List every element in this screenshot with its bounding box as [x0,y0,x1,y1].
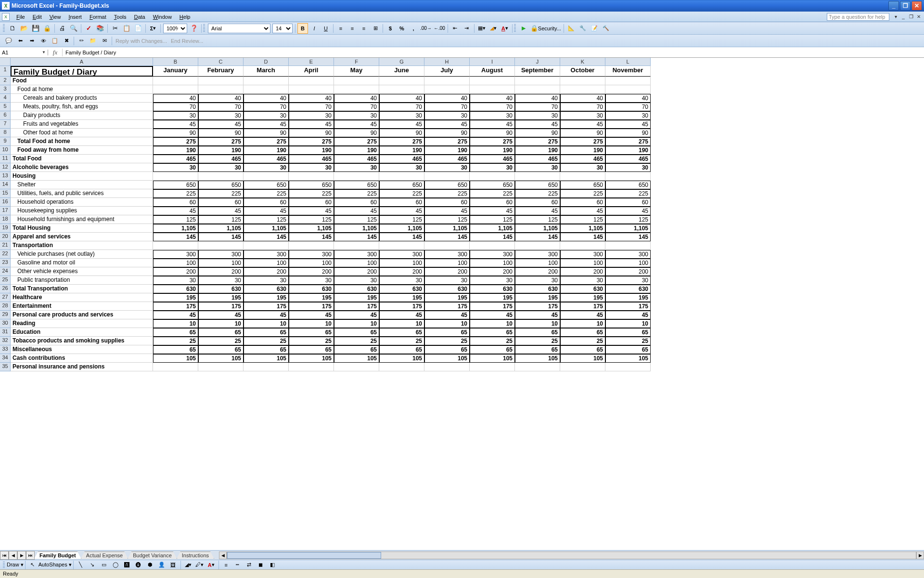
cell-L23[interactable]: 100 [605,259,651,267]
borders-icon[interactable]: ▦▾ [476,23,487,34]
cell-J32[interactable]: 25 [515,337,560,345]
cell-D14[interactable]: 650 [244,181,289,189]
cell-I35[interactable] [470,363,515,371]
cell-B11[interactable]: 465 [153,155,198,163]
cell-B31[interactable]: 65 [153,328,198,337]
cell-C33[interactable]: 65 [198,345,244,354]
cell-A13[interactable]: Housing [11,172,153,181]
decrease-indent-icon[interactable]: ⇤ [450,23,461,34]
cell-H9[interactable]: 275 [424,137,470,146]
cell-E23[interactable]: 100 [289,259,334,267]
cell-I1[interactable]: August [470,66,515,77]
sheet-tab-family-budget[interactable]: Family Budget [34,552,81,559]
cell-J31[interactable]: 65 [515,328,560,337]
picture-icon[interactable]: 🖼 [168,560,179,570]
cell-G17[interactable]: 45 [379,207,424,215]
row-header-31[interactable]: 31 [0,328,11,337]
cell-F14[interactable]: 650 [334,181,379,189]
cell-C34[interactable]: 105 [198,354,244,363]
cell-L19[interactable]: 1,105 [605,224,651,233]
cell-E22[interactable]: 300 [289,250,334,259]
cell-I33[interactable]: 65 [470,345,515,354]
cell-J2[interactable] [515,77,560,85]
cell-B18[interactable]: 125 [153,215,198,224]
cell-L31[interactable]: 65 [605,328,651,337]
cell-F26[interactable]: 630 [334,285,379,293]
cell-K16[interactable]: 60 [560,198,605,207]
cell-L14[interactable]: 650 [605,181,651,189]
cell-F19[interactable]: 1,105 [334,224,379,233]
cell-I17[interactable]: 45 [470,207,515,215]
cell-B6[interactable]: 30 [153,111,198,120]
cell-D26[interactable]: 630 [244,285,289,293]
cell-D6[interactable]: 30 [244,111,289,120]
cell-F4[interactable]: 40 [334,94,379,103]
cell-C10[interactable]: 190 [198,146,244,155]
cell-L28[interactable]: 175 [605,302,651,311]
cell-H22[interactable]: 300 [424,250,470,259]
worksheet-grid[interactable]: ABCDEFGHIJKL1Family Budget / DiaryJanuar… [0,58,924,550]
horizontal-scrollbar[interactable]: ◀ ▶ [219,552,924,559]
cell-B7[interactable]: 45 [153,120,198,129]
cell-K34[interactable]: 105 [560,354,605,363]
wordart-icon[interactable]: 🅐 [133,560,144,570]
cell-K14[interactable]: 650 [560,181,605,189]
row-header-9[interactable]: 9 [0,137,11,146]
cell-G9[interactable]: 275 [379,137,424,146]
cell-K24[interactable]: 200 [560,267,605,276]
draw-grip[interactable] [3,562,5,568]
cell-I20[interactable]: 145 [470,233,515,241]
cell-B20[interactable]: 145 [153,233,198,241]
row-header-20[interactable]: 20 [0,233,11,241]
cell-A8[interactable]: Other food at home [11,129,153,137]
minimize-button[interactable]: _ [888,1,899,11]
cell-K2[interactable] [560,77,605,85]
tab-prev-icon[interactable]: ◀ [9,551,17,560]
cell-C19[interactable]: 1,105 [198,224,244,233]
spellcheck-icon[interactable]: ✓ [83,23,94,34]
cell-A14[interactable]: Shelter [11,181,153,189]
cell-G23[interactable]: 100 [379,259,424,267]
cell-C7[interactable]: 45 [198,120,244,129]
cell-I15[interactable]: 225 [470,189,515,198]
cell-A12[interactable]: Alcoholic beverages [11,163,153,172]
row-header-25[interactable]: 25 [0,276,11,285]
cell-J13[interactable] [515,172,560,181]
cell-G22[interactable]: 300 [379,250,424,259]
cell-H1[interactable]: July [424,66,470,77]
toolbar-grip-2[interactable] [203,24,205,33]
cell-G16[interactable]: 60 [379,198,424,207]
cell-J16[interactable]: 60 [515,198,560,207]
cell-F8[interactable]: 90 [334,129,379,137]
next-comment-icon[interactable]: ➡ [26,36,37,46]
cell-E12[interactable]: 30 [289,163,334,172]
cell-B28[interactable]: 175 [153,302,198,311]
cell-K13[interactable] [560,172,605,181]
cell-I12[interactable]: 30 [470,163,515,172]
cell-L20[interactable]: 145 [605,233,651,241]
3d-icon[interactable]: ◧ [267,560,278,570]
cell-J33[interactable]: 65 [515,345,560,354]
cell-G13[interactable] [379,172,424,181]
cell-E8[interactable]: 90 [289,129,334,137]
cell-I26[interactable]: 630 [470,285,515,293]
cell-D15[interactable]: 225 [244,189,289,198]
cell-E7[interactable]: 45 [289,120,334,129]
cell-G34[interactable]: 105 [379,354,424,363]
cell-E30[interactable]: 10 [289,319,334,328]
cell-C24[interactable]: 200 [198,267,244,276]
cell-E18[interactable]: 125 [289,215,334,224]
show-comment-icon[interactable]: 👁 [38,36,49,46]
cell-B23[interactable]: 100 [153,259,198,267]
increase-decimal-icon[interactable]: .00→ [420,23,432,34]
cell-E14[interactable]: 650 [289,181,334,189]
row-header-2[interactable]: 2 [0,77,11,85]
cell-A22[interactable]: Vehicle purchases (net outlay) [11,250,153,259]
cell-K6[interactable]: 30 [560,111,605,120]
row-header-14[interactable]: 14 [0,181,11,189]
cell-I10[interactable]: 190 [470,146,515,155]
font-color-icon[interactable]: A▾ [500,23,510,34]
new-icon[interactable]: 🗋 [7,23,18,34]
cell-J3[interactable] [515,85,560,94]
cell-C30[interactable]: 10 [198,319,244,328]
